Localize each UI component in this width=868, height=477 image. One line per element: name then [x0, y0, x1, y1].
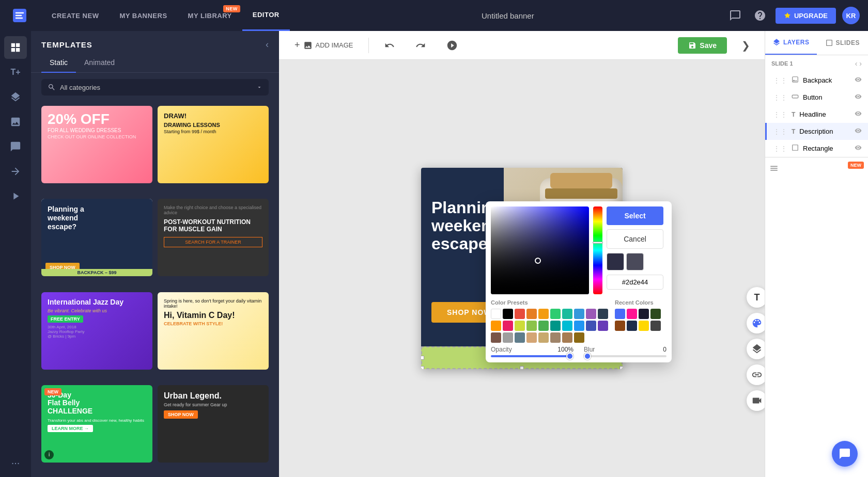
layer-item-backpack[interactable]: ⋮⋮ Backpack	[765, 72, 868, 89]
cp-swatch[interactable]	[574, 321, 584, 331]
nav-create-new[interactable]: CREATE NEW	[41, 0, 109, 31]
cp-recent-swatch[interactable]	[650, 321, 661, 331]
cp-blur-slider[interactable]	[584, 355, 667, 357]
layer-backpack-visibility[interactable]	[855, 76, 862, 85]
layer-item-button[interactable]: ⋮⋮ Button	[765, 89, 868, 106]
sidebar-collapse-button[interactable]: ‹	[266, 39, 269, 50]
next-slide-arrow[interactable]: ›	[859, 59, 862, 68]
cp-swatch[interactable]	[503, 332, 513, 343]
tab-layers[interactable]: LAYERS	[765, 31, 817, 55]
link-tool-float[interactable]	[747, 364, 765, 385]
cp-swatch[interactable]	[586, 321, 596, 331]
chat-bubble-button[interactable]	[832, 441, 858, 467]
template-card-2[interactable]: DRAW! DRAWING LESSONS Starting from 99$ …	[158, 106, 269, 183]
cp-swatch[interactable]	[515, 309, 525, 319]
cp-recent-swatch[interactable]	[639, 321, 649, 331]
tab-static[interactable]: Static	[41, 54, 76, 73]
layer-rectangle-visibility[interactable]	[855, 144, 862, 153]
cp-swatch[interactable]	[598, 321, 608, 331]
redo-button[interactable]	[410, 37, 431, 54]
cp-swatch[interactable]	[586, 309, 596, 319]
cp-recent-swatch[interactable]	[650, 309, 661, 319]
layer-headline-visibility[interactable]	[855, 110, 862, 119]
cp-dark-swatch-1[interactable]	[607, 253, 624, 271]
save-button[interactable]: Save	[678, 37, 727, 54]
text-tool-float[interactable]: T	[747, 287, 765, 308]
cp-swatch[interactable]	[491, 332, 501, 343]
layer-item-description[interactable]: ⋮⋮ T Description	[765, 123, 868, 140]
cp-swatch[interactable]	[515, 332, 525, 343]
prev-slide-arrow[interactable]: ‹	[855, 59, 858, 68]
cp-opacity-slider[interactable]	[491, 355, 574, 357]
cp-swatch[interactable]	[515, 321, 525, 331]
layer-item-rectangle[interactable]: ⋮⋮ Rectangle	[765, 140, 868, 157]
layer-button-visibility[interactable]	[855, 93, 862, 102]
cp-swatch[interactable]	[574, 309, 584, 319]
tab-animated[interactable]: Animated	[76, 54, 123, 73]
cp-swatch[interactable]	[503, 309, 513, 319]
add-image-button[interactable]: + ADD IMAGE	[289, 37, 358, 54]
cp-swatch[interactable]	[526, 321, 537, 331]
template-card-4[interactable]: Make the right choice and choose a speci…	[158, 199, 269, 276]
expand-button[interactable]: ❯	[737, 37, 754, 54]
cp-swatch[interactable]	[550, 321, 561, 331]
cp-swatch[interactable]	[550, 332, 561, 343]
help-icon[interactable]	[751, 6, 769, 25]
upgrade-button[interactable]: UPGRADE	[776, 8, 836, 24]
cp-recent-swatch[interactable]	[615, 321, 625, 331]
cp-dark-swatch-2[interactable]	[626, 253, 644, 271]
cp-swatch[interactable]	[574, 332, 584, 343]
cp-swatch[interactable]	[538, 321, 549, 331]
forward-icon[interactable]	[4, 160, 27, 183]
cp-swatch[interactable]	[550, 309, 561, 319]
cp-swatch[interactable]	[562, 321, 572, 331]
banner-title-input[interactable]	[290, 11, 726, 20]
cp-recent-swatch[interactable]	[615, 309, 625, 319]
more-options-icon[interactable]: ···	[11, 457, 20, 469]
color-tool-float[interactable]	[747, 313, 765, 333]
cp-recent-swatch[interactable]	[639, 309, 649, 319]
cp-swatch[interactable]	[503, 321, 513, 331]
image-icon[interactable]	[4, 110, 27, 133]
cp-recent-swatch[interactable]	[627, 321, 637, 331]
undo-button[interactable]	[379, 37, 400, 54]
cp-recent-swatch[interactable]	[627, 309, 637, 319]
cp-select-button[interactable]: Select	[607, 206, 663, 225]
template-card-8[interactable]: Urban Legend. Get ready for summer Gear …	[158, 385, 269, 463]
cp-cancel-button[interactable]: Cancel	[607, 229, 663, 249]
tab-slides[interactable]: SLIDES	[817, 31, 869, 55]
template-card-6[interactable]: Spring is here, so don't forget your dai…	[158, 292, 269, 370]
cp-hue-slider[interactable]	[593, 206, 602, 294]
bubble-icon[interactable]	[4, 135, 27, 158]
user-avatar[interactable]: KR	[842, 7, 860, 24]
play-icon[interactable]	[4, 185, 27, 208]
play-preview-button[interactable]	[441, 37, 463, 54]
cp-swatch[interactable]	[491, 309, 501, 319]
cp-swatch[interactable]	[538, 309, 549, 319]
cp-swatch[interactable]	[598, 309, 608, 319]
layer-item-headline[interactable]: ⋮⋮ T Headline	[765, 106, 868, 123]
logo[interactable]	[8, 4, 31, 27]
layer-description-visibility[interactable]	[855, 127, 862, 136]
cp-swatch[interactable]	[526, 309, 537, 319]
template-card-7[interactable]: NEW 30-DayFlat BellyCHALLENGE Transform …	[41, 385, 152, 463]
nav-my-banners[interactable]: MY BANNERS	[109, 0, 177, 31]
cp-swatch[interactable]	[538, 332, 549, 343]
cp-gradient-picker[interactable]	[491, 206, 589, 294]
cp-swatch[interactable]	[491, 321, 501, 331]
category-select[interactable]: All categories	[60, 84, 252, 91]
template-card-5[interactable]: International Jazz Day Be vibrant. Celeb…	[41, 292, 152, 370]
template-card-1[interactable]: 20% OFF FOR ALL WEDDING DRESSES CHECK OU…	[41, 106, 152, 183]
templates-icon[interactable]	[4, 36, 27, 59]
video-tool-float[interactable]	[747, 390, 765, 411]
cp-hex-input[interactable]	[607, 275, 663, 290]
comments-icon[interactable]	[726, 6, 745, 25]
cp-swatch[interactable]	[526, 332, 537, 343]
cp-swatch[interactable]	[562, 309, 572, 319]
text-icon[interactable]: T+	[4, 61, 27, 84]
template-card-3[interactable]: Planning a weekend escape? SHOP NOW BACK…	[41, 199, 152, 276]
layers-icon[interactable]	[4, 86, 27, 108]
cp-swatch[interactable]	[562, 332, 572, 343]
layers-tool-float[interactable]	[747, 339, 765, 359]
nav-my-library[interactable]: MY LIBRARY NEW	[178, 0, 242, 31]
